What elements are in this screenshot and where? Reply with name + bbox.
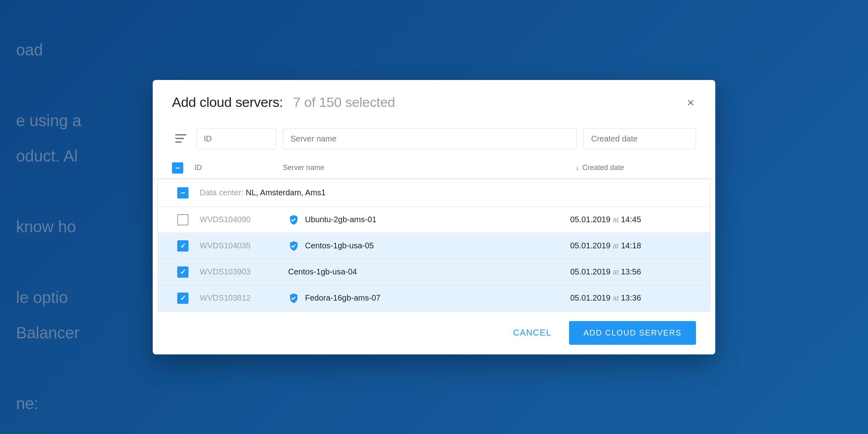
row-date-3: 05.01.2019 at 13:56 [570,267,691,276]
svg-rect-1 [175,138,184,139]
row-id-2: WVDS104035 [200,241,288,250]
check-icon: ✓ [180,268,186,276]
filter-icon [175,134,186,143]
row-checkbox-col: ✓ [177,293,200,304]
name-filter-input[interactable] [283,128,577,149]
indeterminate-icon: − [175,164,180,172]
row-checkbox-1[interactable] [177,214,188,225]
select-all-checkbox[interactable]: − [172,162,183,174]
date-filter-input[interactable] [583,128,696,149]
filter-row [153,122,715,158]
modal-header: Add cloud servers: 7 of 150 selected × [153,80,715,122]
group-label: Data center: [200,188,246,197]
row-id-1: WVDS104090 [200,215,288,224]
row-checkbox-2[interactable]: ✓ [177,240,188,252]
col-date-label: Created date [582,164,624,172]
group-indeterminate-icon: − [180,189,185,197]
row-date-2: 05.01.2019 at 14:18 [570,241,691,250]
row-name-4: Fedora-16gb-ams-07 [288,293,570,304]
close-button[interactable]: × [685,94,696,111]
modal-title-text: Add cloud servers: [172,94,283,110]
row-id-4: WVDS103812 [200,293,288,303]
shield-icon [288,293,299,304]
modal-backdrop: Add cloud servers: 7 of 150 selected × [0,0,868,434]
modal-title: Add cloud servers: 7 of 150 selected [172,94,395,110]
row-checkbox-col [177,214,200,225]
group-checkbox-col: − [177,187,200,199]
table-row[interactable]: ✓ WVDS104035 Centos-1gb-usa-05 05.01.201… [158,233,710,259]
svg-rect-2 [175,141,182,143]
add-cloud-servers-button[interactable]: ADD CLOUD SERVERS [569,321,696,345]
row-name-3: Centos-1gb-usa-04 [288,267,570,276]
cancel-button[interactable]: CANCEL [502,321,563,344]
table-row[interactable]: WVDS104090 Ubuntu-2gb-ams-01 05.01.2019 … [158,207,710,233]
group-select-checkbox[interactable]: − [177,187,188,199]
row-name-2: Centos-1gb-usa-05 [288,240,570,252]
row-checkbox-col: ✓ [177,240,200,252]
row-date-1: 05.01.2019 at 14:45 [570,215,691,224]
row-checkbox-4[interactable]: ✓ [177,293,188,304]
check-icon: ✓ [180,294,186,303]
shield-icon [288,214,299,225]
header-checkbox-col: − [172,162,194,174]
modal: Add cloud servers: 7 of 150 selected × [153,80,715,354]
row-checkbox-col: ✓ [177,266,200,278]
modal-footer: CANCEL ADD CLOUD SERVERS [153,311,715,354]
group-name: NL, Amsterdam, Ams1 [246,188,326,197]
group-header: − Data center: NL, Amsterdam, Ams1 [158,179,710,207]
col-header-name: Server name [283,164,575,172]
row-name-1: Ubuntu-2gb-ams-01 [288,214,570,225]
row-date-4: 05.01.2019 at 13:36 [570,293,691,303]
id-filter-input[interactable] [196,128,276,149]
svg-rect-0 [175,134,186,135]
sort-arrow-icon: ↓ [575,164,579,172]
filter-icon-button[interactable] [172,131,190,146]
row-id-3: WVDS103903 [200,267,288,276]
check-icon: ✓ [180,242,186,250]
col-header-id: ID [194,164,283,172]
table-header: − ID Server name ↓ Created date [153,158,715,179]
table-body: − Data center: NL, Amsterdam, Ams1 WVDS1… [158,179,710,311]
table-row[interactable]: ✓ WVDS103903 Centos-1gb-usa-04 05.01.201… [158,259,710,285]
shield-icon [288,240,299,252]
modal-selection-count: 7 of 150 selected [293,94,395,110]
col-header-date[interactable]: ↓ Created date [575,164,696,172]
table-row[interactable]: ✓ WVDS103812 Fedora-16gb-ams-07 05.01.20… [158,285,710,311]
row-checkbox-3[interactable]: ✓ [177,266,188,278]
